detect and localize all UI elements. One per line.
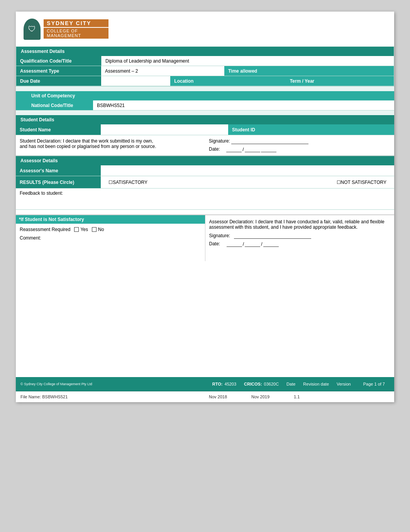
declaration-text-left: Student Declaration: I declare that the …	[20, 138, 201, 152]
assessment-details-header: Assessment Details	[16, 47, 394, 56]
yes-label: Yes	[80, 227, 88, 232]
qualification-row: Qualification Code/Title Diploma of Lead…	[16, 56, 394, 66]
footer-data-cols: Nov 2018 Nov 2019 1.1	[209, 394, 390, 399]
yes-checkbox-item[interactable]: Yes	[74, 227, 88, 232]
footer-version-col-header: Version	[337, 382, 351, 386]
footer: © Sydney City College of Management Pty …	[16, 377, 394, 402]
feedback-space	[20, 196, 390, 207]
feedback-spacer	[16, 210, 394, 214]
reassessment-row: Reassessment Required Yes No	[20, 227, 201, 232]
assessor-details-header: Assessor Details	[16, 156, 394, 165]
assessor-sig-label: Signature:	[209, 233, 230, 238]
qualification-label: Qualification Code/Title	[16, 56, 101, 66]
logo-shield-icon: 🛡	[24, 19, 41, 40]
comment-row: Comment:	[20, 235, 201, 241]
signature-row: Signature:	[209, 138, 390, 144]
logo-word2: COLLEGE OF MANAGEMENT	[44, 28, 108, 39]
declaration-text-right: Signature: Date: /	[209, 138, 390, 152]
logo: 🛡 SYDNEY CITY COLLEGE OF MANAGEMENT	[24, 17, 108, 41]
comment-label: Comment:	[20, 235, 41, 241]
no-label: No	[98, 227, 104, 232]
assessment-type-row: Assessment Type Assessment – 2 Time allo…	[16, 66, 394, 76]
footer-top: © Sydney City College of Management Pty …	[16, 377, 394, 391]
footer-date-col-header: Date	[286, 382, 295, 386]
logo-area: 🛡 SYDNEY CITY COLLEGE OF MANAGEMENT	[16, 12, 394, 46]
logo-word1: SYDNEY CITY	[44, 19, 108, 27]
reassessment-header: *If Student is Not Satisfactory	[16, 215, 205, 224]
date-label: Date:	[209, 146, 220, 152]
assessor-date-label: Date:	[209, 241, 220, 246]
signature-label: Signature:	[209, 138, 230, 144]
national-code-label: National Code/Title	[16, 100, 93, 110]
student-details-section: Student Details Student Name Student ID …	[16, 115, 394, 156]
due-date-value	[101, 76, 170, 86]
student-name-value	[101, 124, 228, 135]
qualification-value: Diploma of Leadership and Management	[101, 56, 394, 66]
footer-version-value: 1.1	[294, 394, 325, 399]
date-part-month	[245, 146, 260, 152]
date-fields: /	[226, 146, 276, 152]
assessor-date-day	[227, 241, 242, 247]
date-row: Date: /	[209, 146, 390, 152]
page-background: 🛡 SYDNEY CITY COLLEGE OF MANAGEMENT Asse…	[0, 0, 410, 532]
assessor-name-label: Assessor's Name	[16, 165, 101, 176]
reassessment-label: Reassessment Required	[20, 227, 70, 232]
footer-file-name: File Name: BSBWHS521	[20, 394, 201, 399]
footer-bottom: File Name: BSBWHS521 Nov 2018 Nov 2019 1…	[16, 391, 394, 402]
footer-rto-label: RTO:	[212, 382, 223, 386]
unit-of-competency-section: Unit of Competency National Code/Title B…	[16, 87, 394, 115]
assessment-details-section: Assessment Details Qualification Code/Ti…	[16, 46, 394, 87]
declaration-row: Student Declaration: I declare that the …	[16, 135, 394, 156]
footer-cricos-value: 03620C	[264, 382, 279, 386]
location-value	[217, 76, 286, 86]
assessor-sig-line	[234, 233, 311, 239]
results-label: RESULTS (Please Circle)	[16, 176, 101, 188]
not-satisfactory-option: ☐NOT SATISFACTORY	[247, 178, 394, 187]
assessor-declaration-text: Assessor Declaration: I declare that I h…	[209, 219, 391, 230]
document-page: 🛡 SYDNEY CITY COLLEGE OF MANAGEMENT Asse…	[16, 12, 394, 402]
date-part-day	[226, 146, 242, 152]
unit-of-competency-header: Unit of Competency	[16, 91, 394, 100]
due-date-label: Due Date	[16, 76, 101, 86]
footer-cricos: CRICOS: 03620C	[244, 382, 279, 386]
student-details-header: Student Details	[16, 115, 394, 124]
student-name-row: Student Name Student ID	[16, 124, 394, 135]
national-code-value: BSBWHS521	[93, 100, 394, 110]
footer-cricos-label: CRICOS:	[244, 382, 262, 386]
results-row: RESULTS (Please Circle) ☐SATISFACTORY ☐N…	[16, 176, 394, 189]
location-label: Location	[170, 76, 217, 86]
bottom-section: *If Student is Not Satisfactory Reassess…	[16, 215, 394, 261]
student-name-label: Student Name	[16, 124, 101, 135]
time-allowed-label: Time allowed	[224, 66, 271, 76]
declaration-line2: and has not been copied or plagiarised f…	[20, 144, 201, 149]
assessor-date-month	[245, 241, 260, 247]
footer-page: Page 1 of 7	[359, 380, 390, 388]
no-checkbox-item[interactable]: No	[92, 227, 104, 232]
assessor-name-row: Assessor's Name	[16, 165, 394, 176]
footer-rto: RTO: 45203	[212, 382, 236, 386]
footer-date-value: Nov 2018	[209, 394, 240, 399]
reassessment-left: *If Student is Not Satisfactory Reassess…	[16, 215, 205, 261]
assessment-type-value: Assessment – 2	[101, 66, 224, 76]
footer-revision-value: Nov 2019	[251, 394, 282, 399]
term-year-label: Term / Year	[286, 76, 325, 86]
feedback-label: Feedback to student:	[20, 190, 63, 196]
feedback-row: Feedback to student:	[16, 189, 394, 210]
yes-checkbox[interactable]	[74, 227, 79, 232]
signature-line	[231, 138, 308, 144]
assessor-name-value	[101, 165, 394, 176]
footer-rto-value: 45203	[225, 382, 237, 386]
assessor-date-year	[263, 241, 279, 247]
national-code-row: National Code/Title BSBWHS521	[16, 100, 394, 110]
date-part-year	[261, 146, 276, 152]
satisfactory-option: ☐SATISFACTORY	[101, 178, 247, 187]
assessor-date-row: Date: / /	[209, 241, 391, 247]
no-checkbox[interactable]	[92, 227, 97, 232]
page-spacer	[16, 261, 394, 377]
declaration-line1: Student Declaration: I declare that the …	[20, 138, 201, 144]
assessor-date-fields: / /	[227, 241, 279, 247]
time-allowed-value	[271, 66, 394, 76]
student-id-value	[267, 124, 394, 135]
logo-text: SYDNEY CITY COLLEGE OF MANAGEMENT	[44, 19, 108, 39]
assessment-type-label: Assessment Type	[16, 66, 101, 76]
